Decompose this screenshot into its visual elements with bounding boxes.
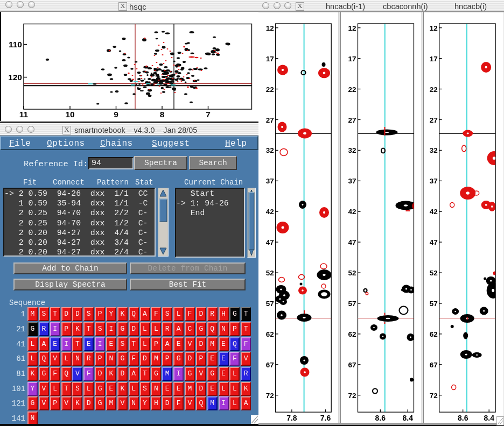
svg-text:11: 11 xyxy=(19,110,29,119)
svg-text:27: 27 xyxy=(266,116,274,124)
svg-text:8.4: 8.4 xyxy=(484,414,495,422)
svg-text:37: 37 xyxy=(266,177,274,185)
svg-text:52: 52 xyxy=(266,269,274,277)
svg-text:17: 17 xyxy=(348,55,356,63)
svg-text:17: 17 xyxy=(266,55,274,63)
svg-text:8.4: 8.4 xyxy=(402,414,413,422)
svg-text:32: 32 xyxy=(348,146,356,154)
svg-text:27: 27 xyxy=(348,116,356,124)
svg-text:7.6: 7.6 xyxy=(320,414,331,422)
svg-text:47: 47 xyxy=(430,238,438,246)
svg-text:67: 67 xyxy=(266,361,274,369)
svg-text:72: 72 xyxy=(430,392,438,400)
svg-text:67: 67 xyxy=(348,361,356,369)
svg-text:22: 22 xyxy=(430,86,438,94)
svg-text:12: 12 xyxy=(348,24,356,32)
svg-text:7.8: 7.8 xyxy=(286,414,297,422)
svg-text:7: 7 xyxy=(206,110,211,119)
svg-text:12: 12 xyxy=(430,24,438,32)
svg-text:17: 17 xyxy=(430,55,438,63)
svg-text:42: 42 xyxy=(348,208,356,216)
svg-text:62: 62 xyxy=(266,330,274,338)
svg-text:32: 32 xyxy=(430,146,438,154)
svg-text:72: 72 xyxy=(348,392,356,400)
svg-text:62: 62 xyxy=(348,330,356,338)
svg-text:120: 120 xyxy=(8,73,22,82)
svg-text:32: 32 xyxy=(266,146,274,154)
svg-text:37: 37 xyxy=(348,177,356,185)
svg-text:72: 72 xyxy=(266,392,274,400)
svg-text:52: 52 xyxy=(348,269,356,277)
svg-text:27: 27 xyxy=(430,116,438,124)
svg-text:12: 12 xyxy=(266,24,274,32)
svg-text:8.6: 8.6 xyxy=(458,414,468,422)
svg-text:62: 62 xyxy=(430,330,438,338)
svg-text:42: 42 xyxy=(266,208,274,216)
svg-text:42: 42 xyxy=(430,208,438,216)
svg-text:8.6: 8.6 xyxy=(375,414,386,422)
svg-text:110: 110 xyxy=(9,40,22,49)
svg-text:57: 57 xyxy=(348,300,356,308)
svg-text:47: 47 xyxy=(266,238,274,246)
svg-text:47: 47 xyxy=(348,238,356,246)
svg-text:8: 8 xyxy=(160,110,165,119)
svg-text:57: 57 xyxy=(266,300,274,308)
svg-text:57: 57 xyxy=(430,300,438,308)
svg-text:9: 9 xyxy=(114,110,118,119)
svg-text:22: 22 xyxy=(266,86,274,94)
svg-text:52: 52 xyxy=(430,269,438,277)
svg-text:67: 67 xyxy=(430,361,438,369)
svg-text:22: 22 xyxy=(348,86,356,94)
svg-text:37: 37 xyxy=(430,177,438,185)
svg-text:10: 10 xyxy=(65,110,74,119)
